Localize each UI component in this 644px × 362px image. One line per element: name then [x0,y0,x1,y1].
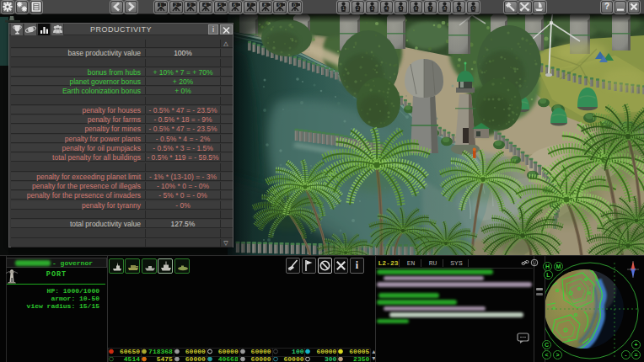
svg-text:3: 3 [371,6,373,11]
svg-text:8: 8 [443,6,446,11]
svg-text:7: 7 [429,6,432,11]
svg-text:6: 6 [415,6,417,11]
svg-text:4: 4 [385,6,388,11]
svg-text:2: 2 [357,6,359,11]
svg-text:0: 0 [472,6,475,11]
svg-text:9: 9 [458,6,460,11]
svg-text:1: 1 [342,6,345,11]
svg-text:5: 5 [400,6,402,11]
